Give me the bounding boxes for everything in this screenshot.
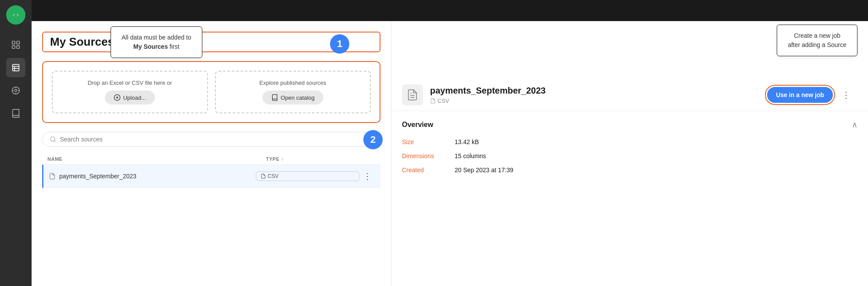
row-type: CSV: [256, 171, 359, 181]
overview-row-dimensions: Dimensions 15 columns: [402, 152, 857, 159]
app-logo[interactable]: [6, 5, 25, 25]
upload-zone: Drop an Excel or CSV file here or Upload…: [52, 71, 208, 113]
col-type-header: TYPE ↑: [266, 156, 375, 162]
sidebar-item-jobs[interactable]: [6, 81, 25, 100]
file-name: payments_September_2023: [430, 86, 760, 96]
svg-line-20: [54, 141, 56, 142]
left-panel: All data must be added to My Sources fir…: [32, 21, 391, 286]
step-badge-2: 2: [363, 130, 383, 149]
tooltip-add-sources: All data must be added to My Sources fir…: [111, 26, 202, 58]
file-type-icon: [430, 98, 436, 104]
use-in-job-button[interactable]: Use in a new job: [767, 87, 833, 103]
sidebar-item-catalog[interactable]: [6, 104, 25, 123]
overview-row-created: Created 20 Sep 2023 at 17:39: [402, 167, 857, 174]
upload-button[interactable]: Upload...: [105, 91, 155, 105]
open-catalog-button[interactable]: Open catalog: [262, 91, 323, 105]
csv-icon: [261, 174, 266, 179]
svg-point-1: [14, 13, 18, 17]
action-area: Use in a new job ⋮: [767, 87, 857, 103]
overview-title: Overview: [402, 121, 433, 129]
sidebar: [0, 0, 32, 286]
type-badge: CSV: [256, 171, 359, 181]
overview-header: Overview ∧: [402, 120, 857, 130]
file-header: payments_September_2023 CSV Use in a new…: [391, 74, 868, 111]
file-icon-large: [402, 84, 423, 105]
overview-label-dimensions: Dimensions: [402, 152, 455, 159]
svg-point-19: [50, 137, 55, 141]
svg-rect-6: [13, 65, 19, 71]
overview-row-size: Size 13.42 kB: [402, 138, 857, 145]
search-icon: [50, 136, 56, 143]
file-icon: [49, 173, 56, 180]
overview-value-dimensions: 15 columns: [455, 152, 486, 159]
table-header: NAME TYPE ↑: [42, 154, 380, 165]
svg-rect-4: [12, 46, 15, 48]
svg-rect-3: [17, 41, 19, 44]
row-name: payments_September_2023: [49, 173, 256, 180]
content-area: All data must be added to My Sources fir…: [32, 21, 868, 286]
file-type: CSV: [430, 98, 760, 104]
sources-table-container: NAME TYPE ↑ payments_September_2023: [42, 154, 380, 286]
catalog-zone: Explore published sources Open catalog: [215, 71, 371, 113]
overview-label-size: Size: [402, 138, 455, 145]
row-more-button[interactable]: ⋮: [359, 169, 375, 183]
overview-value-size: 13.42 kB: [455, 138, 479, 145]
sort-icon[interactable]: ↑: [281, 156, 284, 162]
right-panel: Create a new job after adding a Source 3…: [391, 21, 868, 286]
search-input[interactable]: [60, 136, 373, 143]
upload-zone-label: Drop an Excel or CSV file here or: [88, 80, 172, 86]
step-badge-1: 1: [330, 34, 349, 54]
sidebar-item-sources[interactable]: [6, 58, 25, 77]
tooltip-create-job: Create a new job after adding a Source: [777, 25, 857, 56]
overview-label-created: Created: [402, 167, 455, 174]
file-more-button[interactable]: ⋮: [838, 88, 854, 102]
top-bar: [32, 0, 868, 21]
sidebar-item-grid[interactable]: [6, 35, 25, 54]
row-actions[interactable]: ⋮: [359, 169, 375, 183]
svg-rect-2: [12, 41, 15, 44]
search-bar[interactable]: [42, 132, 380, 147]
catalog-zone-label: Explore published sources: [259, 80, 326, 86]
overview-value-created: 20 Sep 2023 at 17:39: [455, 167, 513, 174]
svg-point-11: [14, 89, 17, 92]
file-info: payments_September_2023 CSV: [430, 86, 760, 104]
table-row[interactable]: payments_September_2023 CSV ⋮: [42, 165, 380, 188]
upload-area: Drop an Excel or CSV file here or Upload…: [42, 61, 380, 123]
col-name-header: NAME: [47, 156, 266, 162]
file-icon-svg: [406, 89, 419, 101]
overview-section: Overview ∧ Size 13.42 kB Dimensions 15 c…: [391, 111, 868, 189]
svg-rect-5: [17, 46, 19, 48]
page-title: My Sources: [50, 35, 373, 49]
main-content: All data must be added to My Sources fir…: [32, 0, 868, 286]
overview-chevron-icon[interactable]: ∧: [852, 120, 857, 130]
